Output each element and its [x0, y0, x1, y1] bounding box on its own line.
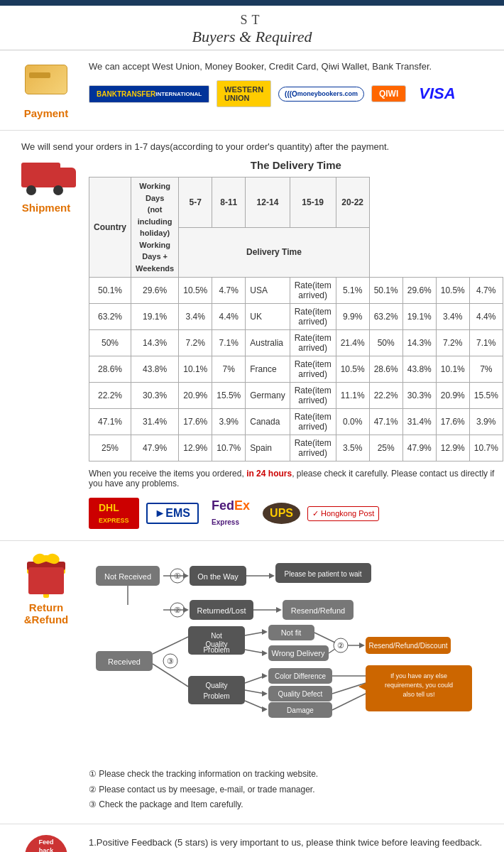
- svg-text:Damage: Damage: [287, 706, 314, 714]
- cell-value: 17.6%: [436, 409, 469, 435]
- cell-value: 47.1%: [89, 409, 131, 435]
- cell-label: Rate(item arrived): [290, 383, 336, 409]
- cell-value: 11.1%: [336, 383, 369, 409]
- cell-value: 3.9%: [212, 409, 246, 435]
- truck-cab: [58, 168, 76, 187]
- cell-value: 15.5%: [212, 383, 246, 409]
- svg-line-27: [153, 637, 188, 654]
- cell-country: Germany: [246, 383, 290, 409]
- cell-value: 3.4%: [179, 304, 212, 330]
- header: ST Buyers & Required: [0, 6, 504, 50]
- cell-value: 19.1%: [131, 304, 179, 330]
- top-bar: [0, 0, 504, 6]
- payment-content: We can accept West Union, Money Booker, …: [89, 61, 490, 107]
- cell-value: 3.9%: [469, 409, 503, 435]
- svg-line-52: [245, 676, 265, 683]
- cell-value: 25%: [89, 435, 131, 462]
- cell-value: 10.5%: [436, 278, 469, 304]
- shipment-note: When you receive the items you ordered, …: [89, 469, 503, 488]
- cell-value: 63.2%: [369, 304, 402, 330]
- table-row: 63.2%19.1%3.4%4.4%UKRate(item arrived)9.…: [89, 304, 503, 330]
- cell-value: 7.2%: [179, 330, 212, 356]
- cell-value: 50%: [369, 330, 402, 356]
- table-row: 25%47.9%12.9%10.7%SpainRate(item arrived…: [89, 435, 503, 462]
- svg-text:Quality Defect: Quality Defect: [278, 690, 323, 698]
- cell-value: 20.9%: [179, 383, 212, 409]
- svg-line-65: [332, 683, 366, 694]
- delivery-time-header: Delivery Time: [179, 227, 369, 278]
- svg-marker-5: [183, 573, 189, 579]
- cell-value: 28.6%: [369, 356, 402, 383]
- svg-line-60: [245, 701, 265, 709]
- cell-value: 10.7%: [469, 435, 503, 462]
- cell-value: 63.2%: [89, 304, 131, 330]
- cell-value: 10.5%: [336, 356, 369, 383]
- cell-value: 21.4%: [336, 330, 369, 356]
- visa-logo: VISA: [413, 83, 461, 104]
- page-title: Buyers & Required: [0, 28, 504, 46]
- cell-value: 22.2%: [89, 383, 131, 409]
- cell-value: 50.1%: [89, 278, 131, 304]
- return-note-1: ① Please check the tracking information …: [89, 767, 490, 782]
- cell-value: 7%: [212, 356, 246, 383]
- cell-country: Australia: [246, 330, 290, 356]
- cell-value: 5.1%: [336, 278, 369, 304]
- payment-description: We can accept West Union, Money Booker, …: [89, 61, 490, 72]
- cell-value: 7.1%: [469, 330, 503, 356]
- delivery-table: Country Working Days(not including holid…: [89, 177, 503, 462]
- cell-country: Canada: [246, 409, 290, 435]
- cell-country: Spain: [246, 435, 290, 462]
- svg-marker-20: [276, 607, 282, 613]
- svg-text:Problem: Problem: [203, 646, 229, 654]
- return-refund-section: Return &Refund Not Received ① On the Way: [0, 541, 504, 824]
- return-inner: Return &Refund Not Received ① On the Way: [14, 552, 490, 813]
- return-notes: ① Please check the tracking information …: [89, 767, 490, 813]
- svg-text:Not Received: Not Received: [104, 572, 151, 581]
- svg-line-43: [329, 649, 335, 653]
- cell-value: 4.4%: [212, 304, 246, 330]
- svg-line-32: [245, 632, 265, 635]
- feedback-section: Feed back ★★★ Thank you! Feedback 1.Posi…: [0, 824, 504, 852]
- svg-text:Color Difference: Color Difference: [275, 672, 327, 680]
- col-working-days: Working Days(not including holiday)Worki…: [131, 178, 179, 278]
- svg-line-42: [314, 633, 335, 643]
- feedback-content: 1.Positive Feedback (5 stars) is very im…: [89, 835, 490, 852]
- cell-value: 7%: [469, 356, 503, 383]
- feedback-point1: 1.Positive Feedback (5 stars) is very im…: [89, 835, 490, 851]
- cell-value: 20.9%: [436, 383, 469, 409]
- shipment-icon-area: Shipment: [14, 159, 78, 214]
- table-row: 50%14.3%7.2%7.1%AustraliaRate(item arriv…: [89, 330, 503, 356]
- svg-line-56: [245, 690, 265, 694]
- cell-label: Rate(item arrived): [290, 409, 336, 435]
- cell-country: UK: [246, 304, 290, 330]
- payment-icon-area: Payment: [14, 61, 78, 119]
- svg-text:Quality: Quality: [205, 682, 227, 689]
- svg-text:Returned/Lost: Returned/Lost: [197, 606, 246, 615]
- cell-label: Rate(item arrived): [290, 330, 336, 356]
- cell-value: 4.7%: [212, 278, 246, 304]
- flow-diagram: Not Received ① On the Way Please be pati…: [89, 552, 486, 758]
- ems-logo: ►EMS: [146, 503, 199, 524]
- cell-value: 0.0%: [336, 409, 369, 435]
- cell-value: 22.2%: [369, 383, 402, 409]
- note-pre: When you receive the items you ordered,: [89, 469, 246, 479]
- shipment-section: We will send your orders in 1-7 days(acc…: [0, 131, 504, 541]
- table-row: 50.1%29.6%10.5%4.7%USARate(item arrived)…: [89, 278, 503, 304]
- shipment-intro: We will send your orders in 1-7 days(acc…: [14, 141, 490, 152]
- cell-value: 25%: [369, 435, 402, 462]
- return-icon-area: Return &Refund: [14, 552, 78, 626]
- svg-text:If you have any else: If you have any else: [390, 672, 447, 679]
- svg-line-66: [332, 694, 366, 710]
- shipping-logos: DHLEXPRESS ►EMS FedExExpress UPS ✓ Hongk…: [89, 497, 503, 530]
- bank-transfer-logo: BANK TRANSFER INTERNATIONAL: [89, 85, 209, 103]
- return-diagram: Not Received ① On the Way Please be pati…: [89, 552, 490, 813]
- svg-text:③: ③: [167, 657, 174, 665]
- svg-marker-45: [359, 643, 365, 648]
- cell-value: 31.4%: [131, 409, 179, 435]
- cell-value: 43.8%: [131, 356, 179, 383]
- col-8-11: 8-11: [212, 178, 246, 228]
- cell-value: 4.4%: [469, 304, 503, 330]
- truck-body: [21, 163, 60, 187]
- svg-marker-37: [262, 650, 268, 656]
- payment-icon: [21, 61, 71, 104]
